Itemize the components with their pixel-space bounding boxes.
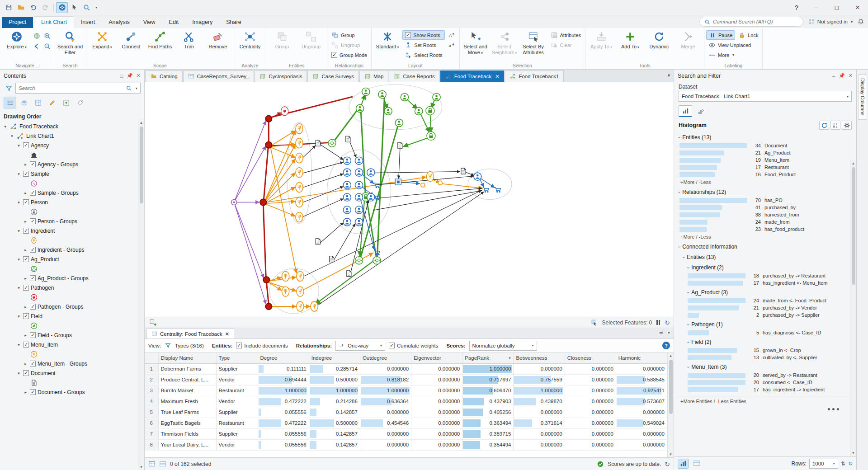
ribbon-tab-edit[interactable]: Edit [162,17,186,28]
ribbon-tab-imagery[interactable]: Imagery [185,17,219,28]
connected-group-header[interactable]: ›Ingredient (2) [674,262,850,272]
ribbon-tab-share[interactable]: Share [219,17,248,28]
close-tab-icon[interactable]: ✕ [495,74,499,80]
add-layer-button[interactable] [148,318,157,327]
layer-checkbox[interactable] [23,285,29,291]
tree-item[interactable]: ▸Pathogen - Groups [0,302,144,311]
histogram-bar-row[interactable]: 24made_from [674,218,850,226]
tree-item[interactable]: ▾Link Chart1 [0,131,144,141]
histogram-tab-button[interactable] [679,105,692,117]
column-header-outdegree[interactable]: Outdegree [360,352,411,363]
sort-histogram-button[interactable]: 19 [830,121,840,130]
expander-icon[interactable]: ▸ [23,276,28,281]
column-header-display-name[interactable]: Display Name [158,352,216,363]
pin-icon[interactable]: 📌 [127,73,133,79]
maximize-button[interactable]: ◻ [826,0,847,15]
expander-icon[interactable]: ▾ [16,286,21,290]
layer-checkbox[interactable] [23,256,29,262]
select-by-attributes-button[interactable]: Select By Attributes [519,29,547,62]
expander-icon[interactable]: ▸ [23,191,28,195]
histogram-bar-row[interactable]: 16Food_Product [674,171,850,178]
contents-scrollbar[interactable]: ▲ ▼ [138,119,144,470]
layer-checkbox[interactable] [30,218,36,224]
expander-icon[interactable]: ▸ [23,219,28,224]
explore-button[interactable]: Explore▾ [3,29,31,62]
tree-item[interactable]: ▾Menu_Item [0,340,144,349]
data-source-view-button[interactable] [18,97,30,108]
cumulate-weights-checkbox[interactable]: Cumulate weights [389,343,438,348]
table-scrollbar[interactable]: ▲ ▼ [667,352,674,457]
more-less-link[interactable]: +More / -Less [674,178,850,186]
expander-icon[interactable]: ▾ [16,371,21,376]
dataset-select[interactable]: Food Traceback - Link Chart1▾ [679,91,852,102]
connected-entities-header[interactable]: ›Entities (13) [674,251,850,262]
tree-item[interactable]: ▾Agency [0,141,144,150]
histogram-bar-row[interactable]: 2purchased_by -> Supplier [674,311,850,319]
layer-checkbox[interactable] [23,142,29,148]
document-tab-map[interactable]: Map [359,70,388,82]
sync-rows-icon[interactable]: ↻ [848,461,853,467]
tree-item[interactable] [0,292,144,302]
histogram-settings-button[interactable] [842,121,852,130]
select-and-move-button[interactable]: Select and Move▾ [462,29,490,62]
tree-item[interactable]: ▾Field [0,311,144,321]
apply-to-button[interactable]: Apply To▾ [587,29,615,62]
link-chart-view[interactable] [145,82,674,317]
tree-item[interactable]: ▸Ingredient - Groups [0,245,144,254]
tree-item[interactable]: ▾Document [0,368,144,378]
layer-checkbox[interactable] [30,332,36,338]
standard-layout-button[interactable]: Standard▾ [373,29,401,62]
expander-icon[interactable]: ▾ [16,143,21,148]
group-mode-checkbox[interactable]: Group Mode [329,50,369,60]
column-header-betweenness[interactable]: Betweenness [514,352,565,363]
types-filter-value[interactable]: Types (3/16) [175,343,204,348]
layer-checkbox[interactable] [23,313,29,319]
decrease-symbol-size-button[interactable]: A [446,40,458,50]
histogram-bar-row[interactable]: 20consumed <- Case_ID [674,379,850,386]
tree-item[interactable] [0,349,144,359]
expander-icon[interactable]: ▾ [16,229,21,233]
dynamic-button[interactable]: Dynamic [645,29,673,62]
select-neighbors-button[interactable]: Select Neighbors▾ [491,29,519,62]
redo-button[interactable] [39,2,51,13]
tree-item[interactable] [0,321,144,330]
set-roots-button[interactable]: Set Roots [402,40,444,50]
tree-item[interactable] [0,207,144,216]
expander-icon[interactable]: ▾ [3,124,8,129]
expander-icon[interactable]: ▾ [9,134,14,138]
histogram-bar-row[interactable]: 70has_PO [674,197,850,204]
document-tab-cyclosporiasis[interactable]: Cyclosporiasis [255,70,307,82]
histogram-bar-row[interactable]: 21purchased_by -> Vendor [674,304,850,311]
more-labeling-button[interactable]: More▾ [706,50,760,60]
expand-rows-icon[interactable]: ⇅ [841,461,845,467]
close-pane-icon[interactable]: ✕ [849,73,853,79]
pause-labeling-button[interactable]: Pause [706,30,735,40]
connect-button[interactable]: Connect [117,29,145,62]
more-entities-link[interactable]: +More Entities / -Less Entities [674,396,850,405]
close-button[interactable]: ✕ [847,0,868,15]
notifications-button[interactable] [857,18,864,25]
previous-extent-button[interactable] [32,41,42,51]
tree-item[interactable]: ▾Person [0,197,144,207]
show-roots-checkbox[interactable]: Show Roots [402,30,444,40]
recalculate-button[interactable]: ↻ [665,461,670,468]
expander-icon[interactable]: ▸ [23,333,28,338]
document-tab-food-traceback[interactable]: Food Traceback✕ [440,70,505,82]
histogram-bar-row[interactable]: 38harvested_from [674,211,850,218]
selection-view-button[interactable] [32,97,44,108]
ribbon-tab-analysis[interactable]: Analysis [102,17,137,28]
layer-checkbox[interactable] [30,247,36,253]
find-paths-button[interactable]: Find Paths [146,29,174,62]
expander-icon[interactable]: ▾ [16,343,21,347]
layer-checkbox[interactable] [30,361,36,367]
rows-count-select[interactable]: 1000▾ [809,459,838,469]
trim-button[interactable]: Trim [175,29,203,62]
remove-button[interactable]: Remove [204,29,232,62]
clear-selection-button[interactable]: Clear [548,40,583,50]
expander-icon[interactable]: ▸ [23,390,28,395]
table-menu-icon[interactable]: ☰ [659,330,663,335]
centrality-button[interactable]: Centrality [236,29,264,62]
histogram-bar-row[interactable]: 34Document [674,142,850,149]
close-pane-icon[interactable]: ✕ [137,73,141,79]
query-tab-button[interactable] [694,105,708,117]
